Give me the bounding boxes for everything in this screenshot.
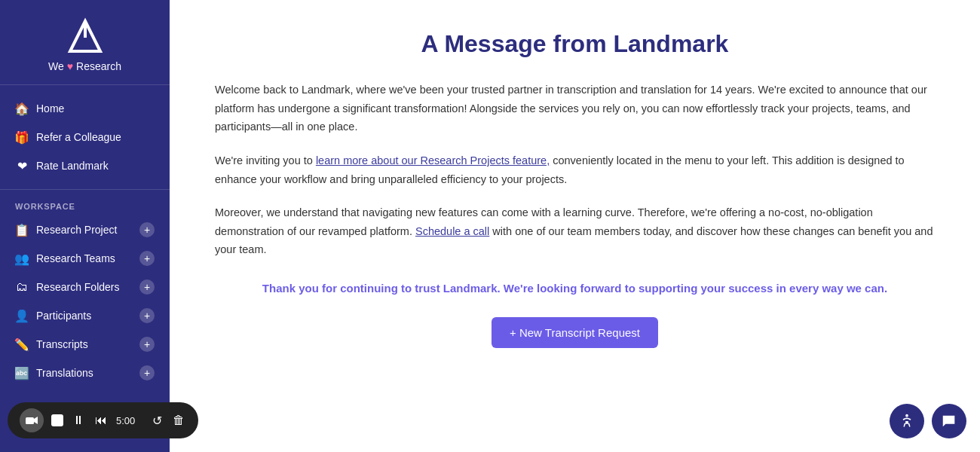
page-title: A Message from Landmark bbox=[215, 30, 935, 58]
research-projects-link[interactable]: learn more about our Research Projects f… bbox=[316, 154, 550, 166]
sidebar-item-research-teams[interactable]: 👥 Research Teams + bbox=[0, 244, 170, 273]
svg-rect-2 bbox=[26, 417, 34, 424]
sidebar-item-rate[interactable]: ❤ Rate Landmark bbox=[0, 151, 170, 180]
media-controls-bar: ⏸ ⏮ 5:00 ↺ 🗑 bbox=[8, 402, 198, 438]
research-project-icon: 📋 bbox=[15, 223, 29, 237]
stop-button[interactable] bbox=[51, 414, 63, 426]
accessibility-icon bbox=[899, 413, 915, 429]
research-folders-icon: 🗂 bbox=[15, 280, 29, 294]
research-folders-add-button[interactable]: + bbox=[139, 279, 155, 295]
p2-pre: We're inviting you to bbox=[215, 154, 316, 166]
workspace-section: WORKSPACE 📋 Research Project + 👥 Researc… bbox=[0, 190, 170, 387]
schedule-call-link[interactable]: Schedule a call bbox=[415, 225, 489, 237]
floating-action-buttons bbox=[890, 404, 966, 438]
sidebar-item-transcripts[interactable]: ✏️ Transcripts + bbox=[0, 330, 170, 359]
accessibility-button[interactable] bbox=[890, 404, 924, 438]
sidebar-item-research-folders-label: Research Folders bbox=[36, 281, 132, 293]
sidebar-item-transcripts-label: Transcripts bbox=[36, 338, 132, 350]
time-display: 5:00 bbox=[116, 415, 143, 426]
translations-add-button[interactable]: + bbox=[139, 365, 155, 380]
participants-add-button[interactable]: + bbox=[139, 308, 155, 323]
camera-icon bbox=[26, 415, 38, 426]
sidebar-nav: 🏠 Home 🎁 Refer a Colleague ❤ Rate Landma… bbox=[0, 85, 170, 190]
sidebar-item-research-folders[interactable]: 🗂 Research Folders + bbox=[0, 273, 170, 301]
workspace-label: WORKSPACE bbox=[0, 190, 170, 215]
transcripts-add-button[interactable]: + bbox=[139, 337, 155, 352]
intro-paragraph: Welcome back to Landmark, where we've be… bbox=[215, 81, 935, 136]
sidebar: We ♥ Research 🏠 Home 🎁 Refer a Colleague… bbox=[0, 0, 170, 452]
demo-paragraph: Moreover, we understand that navigating … bbox=[215, 203, 935, 259]
sidebar-item-research-project-label: Research Project bbox=[36, 224, 132, 236]
gift-icon: 🎁 bbox=[15, 130, 29, 144]
svg-marker-3 bbox=[34, 417, 38, 424]
new-transcript-button[interactable]: + New Transcript Request bbox=[492, 317, 658, 348]
research-project-add-button[interactable]: + bbox=[139, 222, 155, 237]
thank-you-message: Thank you for continuing to trust Landma… bbox=[215, 282, 935, 295]
sidebar-item-translations-label: Translations bbox=[36, 367, 132, 379]
research-teams-icon: 👥 bbox=[15, 252, 29, 265]
rewind-button[interactable]: ⏮ bbox=[93, 412, 109, 429]
sidebar-item-research-teams-label: Research Teams bbox=[36, 252, 132, 264]
delete-button[interactable]: 🗑 bbox=[171, 412, 186, 429]
sidebar-item-translations[interactable]: 🔤 Translations + bbox=[0, 359, 170, 387]
sidebar-item-participants-label: Participants bbox=[36, 310, 132, 322]
brand-we: We bbox=[48, 60, 64, 72]
research-teams-add-button[interactable]: + bbox=[139, 251, 155, 266]
heart-rate-icon: ❤ bbox=[15, 159, 29, 173]
sidebar-logo: We ♥ Research bbox=[0, 0, 170, 85]
brand-name: We ♥ Research bbox=[48, 60, 121, 72]
chat-button[interactable] bbox=[932, 404, 966, 438]
brand-research: Research bbox=[76, 60, 121, 72]
sidebar-item-participants[interactable]: 👤 Participants + bbox=[0, 301, 170, 330]
research-projects-paragraph: We're inviting you to learn more about o… bbox=[215, 151, 935, 188]
cta-area: + New Transcript Request bbox=[215, 317, 935, 348]
sidebar-item-refer-label: Refer a Colleague bbox=[36, 131, 121, 143]
replay-button[interactable]: ↺ bbox=[151, 412, 164, 429]
sidebar-item-home[interactable]: 🏠 Home bbox=[0, 94, 170, 123]
sidebar-item-home-label: Home bbox=[36, 102, 64, 115]
pause-button[interactable]: ⏸ bbox=[71, 412, 86, 429]
heart-icon: ♥ bbox=[67, 60, 73, 72]
sidebar-item-refer[interactable]: 🎁 Refer a Colleague bbox=[0, 123, 170, 151]
svg-point-4 bbox=[905, 414, 908, 417]
main-content: A Message from Landmark Welcome back to … bbox=[170, 0, 980, 452]
sidebar-item-rate-label: Rate Landmark bbox=[36, 160, 109, 172]
participants-icon: 👤 bbox=[15, 309, 29, 322]
app-logo-icon bbox=[63, 15, 108, 60]
sidebar-item-research-project[interactable]: 📋 Research Project + bbox=[0, 215, 170, 244]
translations-icon: 🔤 bbox=[15, 366, 29, 380]
transcripts-icon: ✏️ bbox=[15, 337, 29, 351]
camera-button[interactable] bbox=[20, 408, 44, 432]
chat-icon bbox=[941, 413, 957, 429]
home-icon: 🏠 bbox=[15, 102, 29, 115]
